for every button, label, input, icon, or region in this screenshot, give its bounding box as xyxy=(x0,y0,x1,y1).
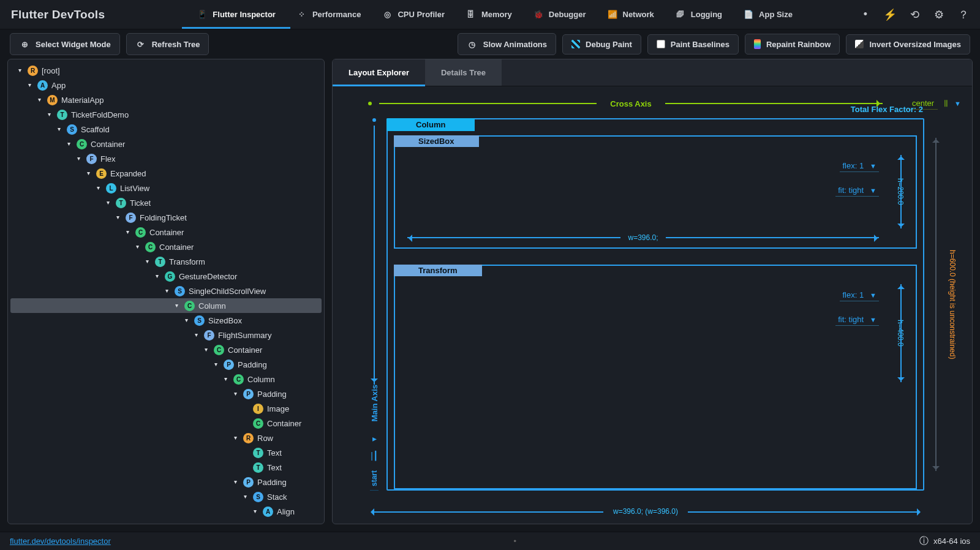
refresh-tree-button[interactable]: ⟳ Refresh Tree xyxy=(126,33,209,55)
tab-icon: 📱 xyxy=(197,9,208,20)
main-axis-value[interactable]: start xyxy=(370,470,379,491)
tree-node-container[interactable]: CContainer xyxy=(10,342,322,357)
tree-node-container[interactable]: CContainer xyxy=(10,225,322,239)
expand-caret-icon[interactable] xyxy=(241,448,249,456)
expand-caret-icon[interactable] xyxy=(162,286,171,295)
nav-tab-memory[interactable]: 🗄Memory xyxy=(463,2,514,28)
widget-badge: P xyxy=(224,360,234,370)
expand-caret-icon[interactable] xyxy=(55,124,63,133)
expand-caret-icon[interactable] xyxy=(35,95,43,104)
tree-node-singlechildscrollview[interactable]: SSingleChildScrollView xyxy=(10,284,322,298)
nav-tab-logging[interactable]: 🗊Logging xyxy=(673,2,725,28)
expand-caret-icon[interactable] xyxy=(241,492,249,500)
paint-baselines-button[interactable]: Paint Baselines xyxy=(647,34,739,55)
align-start-icon[interactable]: |┃ xyxy=(371,451,378,461)
nav-tab-network[interactable]: 📶Network xyxy=(605,2,657,28)
tree-node-text[interactable]: TText xyxy=(10,460,322,475)
tree-node-column[interactable]: CColumn xyxy=(10,372,322,386)
nav-tab-app-size[interactable]: 📄App Size xyxy=(741,2,795,28)
expand-caret-icon[interactable] xyxy=(143,257,151,265)
child-cell-sizedbox[interactable]: SizedBox flex: 1 ▼ fit: tight ▼ xyxy=(394,135,917,249)
fit-select[interactable]: fit: tight ▼ xyxy=(835,184,879,197)
debug-paint-button[interactable]: Debug Paint xyxy=(562,34,641,55)
expand-caret-icon[interactable] xyxy=(211,360,220,368)
tree-node-app[interactable]: AApp xyxy=(10,78,322,92)
gear-icon[interactable]: ⚙ xyxy=(933,9,944,20)
nav-tab-debugger[interactable]: 🐞Debugger xyxy=(530,2,589,28)
lightning-icon[interactable]: ⚡ xyxy=(884,9,895,20)
tree-node-align[interactable]: AAlign xyxy=(10,504,322,519)
widget-badge: T xyxy=(253,462,263,473)
expand-caret-icon[interactable] xyxy=(84,168,92,177)
tree-node-ticketfolddemo[interactable]: TTicketFoldDemo xyxy=(10,107,322,122)
nav-tab-cpu-profiler[interactable]: ◎CPU Profiler xyxy=(379,2,447,28)
expand-caret-icon[interactable] xyxy=(231,433,239,442)
flex-select[interactable]: flex: 1 ▼ xyxy=(840,160,879,172)
tree-node-stack[interactable]: SStack xyxy=(10,489,322,504)
tree-node-padding[interactable]: PPadding xyxy=(10,386,322,401)
select-widget-mode-button[interactable]: ⊕ Select Widget Mode xyxy=(10,33,120,55)
expand-caret-icon[interactable] xyxy=(15,66,24,74)
tree-node-text[interactable]: TText xyxy=(10,445,322,460)
tree-node-materialapp[interactable]: MMaterialApp xyxy=(10,92,322,107)
tree-node--root-[interactable]: R[root] xyxy=(10,63,322,78)
expand-caret-icon[interactable] xyxy=(133,242,141,251)
tree-node-padding[interactable]: PPadding xyxy=(10,357,322,372)
expand-caret-icon[interactable] xyxy=(192,330,200,339)
widget-tree[interactable]: R[root]AAppMMaterialAppTTicketFoldDemoSS… xyxy=(8,59,324,524)
flex-select[interactable]: flex: 1 ▼ xyxy=(840,289,879,301)
tree-node-transform[interactable]: TTransform xyxy=(10,254,322,269)
widget-label: Container xyxy=(91,140,125,149)
tree-node-padding[interactable]: PPadding xyxy=(10,475,322,489)
tree-node-scaffold[interactable]: SScaffold xyxy=(10,122,322,137)
tab-details-tree[interactable]: Details Tree xyxy=(425,59,502,86)
help-icon[interactable]: ？ xyxy=(958,9,969,20)
expand-caret-icon[interactable] xyxy=(64,139,73,148)
tree-node-container[interactable]: CContainer xyxy=(10,416,322,431)
expand-caret-icon[interactable] xyxy=(241,418,249,427)
nav-tab-performance[interactable]: ⁘Performance xyxy=(294,2,363,28)
tree-node-column[interactable]: CColumn xyxy=(10,298,322,313)
expand-caret-icon[interactable] xyxy=(202,345,210,353)
invert-images-button[interactable]: Invert Oversized Images xyxy=(846,34,970,55)
expand-caret-icon[interactable] xyxy=(231,477,239,486)
expand-caret-icon[interactable] xyxy=(241,404,249,412)
slow-animations-button[interactable]: ◷ Slow Animations xyxy=(458,33,556,55)
widget-badge: P xyxy=(243,389,254,399)
nav-tab-flutter-inspector[interactable]: 📱Flutter Inspector xyxy=(194,2,278,28)
tree-node-container[interactable]: CContainer xyxy=(10,239,322,254)
expand-caret-icon[interactable] xyxy=(104,198,112,206)
expand-caret-icon[interactable] xyxy=(25,80,34,89)
tree-node-container[interactable]: CContainer xyxy=(10,137,322,151)
tree-node-flightsummary[interactable]: FFlightSummary xyxy=(10,328,322,342)
expand-caret-icon[interactable] xyxy=(182,315,190,324)
expand-caret-icon[interactable] xyxy=(113,213,122,221)
expand-caret-icon[interactable] xyxy=(221,374,230,383)
tab-layout-explorer[interactable]: Layout Explorer xyxy=(333,59,425,86)
expand-caret-icon[interactable] xyxy=(241,462,249,471)
cross-axis-arrow-icon xyxy=(665,103,883,104)
tree-node-expanded[interactable]: EExpanded xyxy=(10,166,322,181)
fit-select[interactable]: fit: tight ▼ xyxy=(835,314,879,326)
tree-node-sizedbox[interactable]: SSizedBox xyxy=(10,313,322,328)
tree-node-foldingticket[interactable]: FFoldingTicket xyxy=(10,210,322,225)
expand-caret-icon[interactable] xyxy=(74,154,83,162)
tree-node-ticket[interactable]: TTicket xyxy=(10,195,322,210)
child-cell-transform[interactable]: Transform flex: 1 ▼ fit: tight ▼ xyxy=(394,265,917,489)
expand-caret-icon[interactable] xyxy=(231,389,239,397)
docs-link[interactable]: flutter.dev/devtools/inspector xyxy=(10,537,111,546)
expand-caret-icon[interactable] xyxy=(94,183,102,192)
tree-node-flex[interactable]: FFlex xyxy=(10,151,322,166)
history-icon[interactable]: ⟲ xyxy=(909,9,920,20)
expand-caret-icon[interactable] xyxy=(153,271,161,280)
repaint-rainbow-button[interactable]: Repaint Rainbow xyxy=(745,34,840,55)
tree-node-gesturedetector[interactable]: GGestureDetector xyxy=(10,269,322,284)
expand-caret-icon[interactable] xyxy=(45,110,53,118)
expand-caret-icon[interactable] xyxy=(251,507,259,515)
tree-node-image[interactable]: IImage xyxy=(10,401,322,416)
tree-node-row[interactable]: RRow xyxy=(10,431,322,445)
tree-node-listview[interactable]: LListView xyxy=(10,181,322,195)
widget-badge: A xyxy=(37,80,48,91)
expand-caret-icon[interactable] xyxy=(172,301,181,309)
expand-caret-icon[interactable] xyxy=(123,227,132,236)
